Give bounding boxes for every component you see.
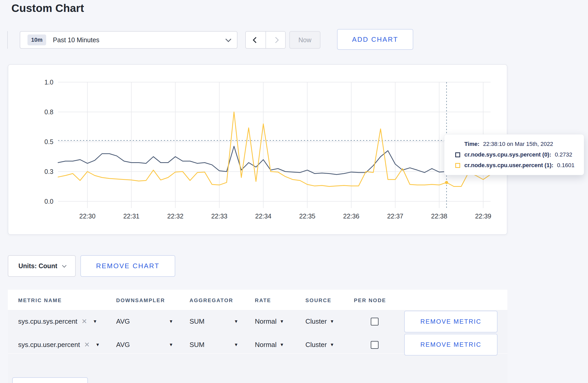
aggregator-value: SUM [190,317,205,325]
metric-name-value: sys.cpu.sys.percent [18,317,77,325]
chevron-down-icon [62,263,66,267]
tooltip-series-value: 0.1601 [557,162,575,169]
metric-name-select[interactable]: sys.cpu.user.percent ✕ ▼ [18,333,100,356]
tooltip-series-label: cr.node.sys.cpu.user.percent (1): [464,162,554,169]
column-header-aggregator: AGGREGATOR [190,297,233,303]
add-metric-button[interactable]: ADD METRIC [12,377,88,383]
time-nav-group [245,31,286,49]
chart-tooltip: Time: 22:38:10 on Mar 15th, 2022 cr.node… [444,134,584,175]
time-range-badge: 10m [27,34,46,45]
toolbar-divider [7,31,8,49]
chart-canvas[interactable]: 0.00.30.50.81.022:3022:3122:3222:3322:34… [8,65,508,235]
clear-icon[interactable]: ✕ [81,317,87,325]
dropdown-arrow-icon: ▼ [234,319,238,324]
rate-select[interactable]: Normal ▼ [255,310,284,333]
units-label: Units: Count [18,262,57,270]
chart-card: 0.00.30.50.81.022:3022:3122:3222:3322:34… [8,64,507,235]
svg-text:0.0: 0.0 [44,198,53,205]
dropdown-arrow-icon: ▼ [169,319,173,324]
time-range-label: Past 10 Minutes [53,36,226,44]
tooltip-series-value: 0.2732 [555,151,572,158]
rate-value: Normal [255,341,277,349]
svg-text:0.5: 0.5 [44,138,53,145]
metric-name-value: sys.cpu.user.percent [18,341,80,349]
metrics-table: METRIC NAME DOWNSAMPLER AGGREGATOR RATE … [8,290,507,383]
tooltip-time-label: Time: [464,141,479,147]
aggregator-select[interactable]: SUM ▼ [190,333,238,356]
column-header-source: SOURCE [305,297,332,303]
svg-text:0.8: 0.8 [44,108,53,116]
svg-text:22:36: 22:36 [343,212,360,220]
source-value: Cluster [305,341,327,349]
chevron-right-icon [272,37,279,43]
column-header-metric-name: METRIC NAME [18,297,62,303]
metrics-table-body: sys.cpu.sys.percent ✕ ▼ AVG ▼ SUM ▼ Norm… [8,310,507,383]
clear-icon[interactable]: ✕ [84,341,90,349]
tooltip-time-row: Time: 22:38:10 on Mar 15th, 2022 [455,141,579,147]
add-chart-button[interactable]: ADD CHART [337,29,413,50]
svg-text:22:38: 22:38 [431,212,447,220]
svg-text:22:32: 22:32 [167,212,184,220]
svg-text:22:31: 22:31 [123,212,139,220]
svg-text:22:30: 22:30 [79,212,96,220]
rate-select[interactable]: Normal ▼ [255,333,284,356]
downsampler-select[interactable]: AVG ▼ [116,310,173,333]
dropdown-arrow-icon: ▼ [234,342,238,347]
tooltip-series-row: cr.node.sys.cpu.sys.percent (0): 0.2732 [455,151,579,158]
downsampler-value: AVG [116,317,130,325]
aggregator-select[interactable]: SUM ▼ [190,310,238,333]
svg-text:22:35: 22:35 [299,212,316,220]
svg-text:0.3: 0.3 [44,168,53,175]
dropdown-arrow-icon: ▼ [95,342,100,347]
dropdown-arrow-icon: ▼ [93,319,97,324]
downsampler-value: AVG [116,341,130,349]
dropdown-arrow-icon: ▼ [169,342,173,347]
per-node-checkbox[interactable] [371,341,379,349]
per-node-cell [371,310,379,333]
remove-metric-button[interactable]: REMOVE METRIC [404,334,498,356]
table-row: sys.cpu.user.percent ✕ ▼ AVG ▼ SUM ▼ Nor… [8,333,507,356]
svg-text:22:33: 22:33 [211,212,228,220]
table-row: sys.cpu.sys.percent ✕ ▼ AVG ▼ SUM ▼ Norm… [8,310,507,333]
svg-text:22:37: 22:37 [387,212,403,220]
remove-metric-button[interactable]: REMOVE METRIC [404,311,498,332]
aggregator-value: SUM [190,341,205,349]
svg-text:1.0: 1.0 [44,79,53,86]
custom-chart-page: Custom Chart 10m Past 10 Minutes Now ADD… [0,0,588,383]
per-node-cell [371,333,379,356]
source-select[interactable]: Cluster ▼ [305,310,334,333]
units-select[interactable]: Units: Count [8,255,76,277]
tooltip-series-label: cr.node.sys.cpu.sys.percent (0): [464,151,551,158]
remove-chart-button[interactable]: REMOVE CHART [80,255,175,277]
next-range-button[interactable] [265,32,285,48]
per-node-checkbox[interactable] [371,318,379,325]
page-title: Custom Chart [11,2,84,15]
downsampler-select[interactable]: AVG ▼ [116,333,173,356]
column-header-rate: RATE [255,297,271,303]
tooltip-series-row: cr.node.sys.cpu.user.percent (1): 0.1601 [455,162,579,169]
sys-series-swatch-icon [455,152,460,157]
now-button[interactable]: Now [289,31,320,49]
time-range-select[interactable]: 10m Past 10 Minutes [20,31,237,49]
column-header-per-node: PER NODE [354,297,386,303]
dropdown-arrow-icon: ▼ [330,342,334,347]
source-select[interactable]: Cluster ▼ [305,333,334,356]
svg-text:22:34: 22:34 [255,212,271,220]
svg-text:22:39: 22:39 [475,212,491,220]
dropdown-arrow-icon: ▼ [280,319,284,324]
column-header-downsampler: DOWNSAMPLER [116,297,165,303]
metric-name-select[interactable]: sys.cpu.sys.percent ✕ ▼ [18,310,97,333]
chevron-down-icon [226,36,232,42]
source-value: Cluster [305,317,327,325]
tooltip-time-value: 22:38:10 on Mar 15th, 2022 [483,141,553,147]
user-series-swatch-icon [455,163,460,168]
rate-value: Normal [255,317,277,325]
dropdown-arrow-icon: ▼ [280,342,284,347]
prev-range-button[interactable] [246,32,265,48]
dropdown-arrow-icon: ▼ [330,319,334,324]
chevron-left-icon [253,37,259,43]
